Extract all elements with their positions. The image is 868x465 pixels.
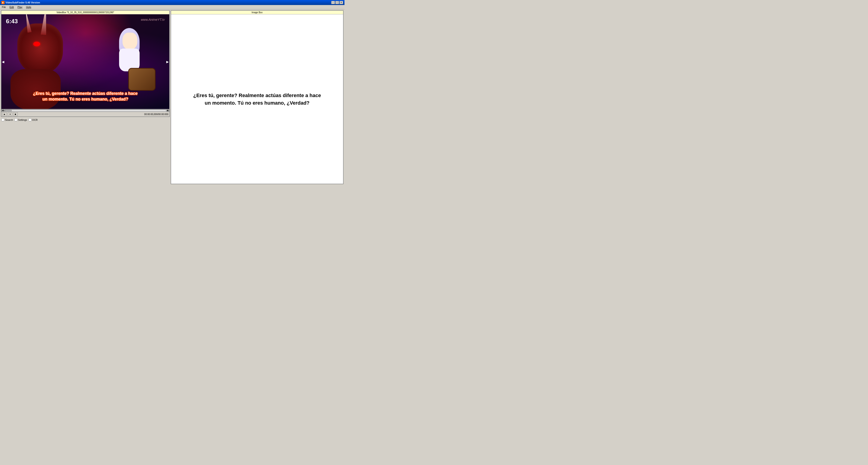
menu-play[interactable]: Play (17, 5, 23, 9)
scrollbar-left-arrow[interactable]: ◀ (1, 109, 4, 112)
menu-edit[interactable]: Edit (9, 5, 15, 9)
title-bar: ▶ VideoSubFinder 5.40 Version − □ ✕ (0, 0, 344, 5)
video-box-title: VideoBox "0_10_35_510_000000000001280007… (1, 11, 169, 14)
menu-bar: File Edit Play Help (0, 5, 344, 9)
bottom-panel: Search Settings OCR (1, 118, 170, 122)
video-box: VideoBox "0_10_35_510_000000000001280007… (1, 10, 170, 117)
image-box-title: Image Box (171, 11, 343, 14)
video-timestamp: 6:43 (6, 18, 18, 25)
nav-right-arrow[interactable]: ▶ (166, 60, 169, 64)
settings-checkbox[interactable] (14, 118, 17, 121)
minimize-button[interactable]: − (331, 1, 335, 4)
barrel (128, 68, 156, 91)
monster-head (17, 24, 63, 74)
close-button[interactable]: ✕ (339, 1, 343, 4)
pause-button[interactable]: ⏸ (8, 112, 12, 116)
main-area: VideoBox "0_10_35_510_000000000001280007… (0, 9, 344, 185)
app-icon: ▶ (1, 1, 5, 4)
image-box-content: ¿Eres tú, gerente? Realmente actúas dife… (171, 14, 343, 184)
monster-body (10, 69, 61, 109)
video-content[interactable]: 6:43 www.AnimeYT.tv ◀ ▶ ¿Eres tú, gerent… (1, 14, 169, 109)
menu-file[interactable]: File (1, 5, 7, 9)
video-watermark: www.AnimeYT.tv (141, 18, 165, 22)
image-box-subtitle: ¿Eres tú, gerente? Realmente actúas dife… (189, 87, 326, 111)
settings-label: Settings (18, 119, 27, 121)
scrollbar-track[interactable] (5, 110, 166, 111)
settings-area: Parameters Influencing Image Processing … (0, 185, 344, 186)
settings-checkbox-group[interactable]: Settings (14, 118, 27, 121)
girl-face (123, 33, 137, 50)
imagebox-subtitle-line2: un momento. Tú no eres humano, ¿Verdad? (205, 100, 310, 106)
search-label: Search (5, 119, 13, 121)
subtitle-line2: un momento. Tú no eres humano, ¿Verdad? (33, 96, 137, 102)
scrollbar-thumb[interactable] (5, 110, 12, 111)
stop-button[interactable]: ⏹ (13, 112, 18, 116)
title-bar-controls[interactable]: − □ ✕ (331, 1, 343, 4)
ocr-checkbox[interactable] (29, 118, 31, 121)
title-bar-left: ▶ VideoSubFinder 5.40 Version (1, 1, 40, 4)
menu-help[interactable]: Help (25, 5, 32, 9)
scrollbar-right-arrow[interactable]: ▶ (166, 109, 169, 112)
time-display: 00:00:00,000/00:00:000 (144, 113, 168, 115)
subtitle-line1: ¿Eres tú, gerente? Realmente actúas dife… (33, 91, 137, 96)
monster-eye (33, 42, 40, 46)
search-checkbox[interactable] (1, 118, 4, 121)
app-title: VideoSubFinder 5.40 Version (5, 1, 40, 4)
imagebox-subtitle-line1: ¿Eres tú, gerente? Realmente actúas dife… (193, 93, 321, 98)
video-scrollbar[interactable]: ◀ ▶ (1, 109, 169, 112)
nav-left-arrow[interactable]: ◀ (2, 60, 4, 64)
left-panel: VideoBox "0_10_35_510_000000000001280007… (1, 10, 170, 184)
anime-scene: 6:43 www.AnimeYT.tv ◀ ▶ ¿Eres tú, gerent… (1, 14, 169, 109)
search-checkbox-group[interactable]: Search (1, 118, 13, 121)
ocr-checkbox-group[interactable]: OCR (29, 118, 38, 121)
video-controls: ▶ ⏸ ⏹ 00:00:00,000/00:00:000 (1, 112, 169, 117)
maximize-button[interactable]: □ (335, 1, 339, 4)
ocr-label: OCR (32, 119, 38, 121)
right-panel: Image Box ¿Eres tú, gerente? Realmente a… (170, 10, 344, 184)
play-button[interactable]: ▶ (2, 112, 7, 116)
video-subtitle: ¿Eres tú, gerente? Realmente actúas dife… (33, 91, 137, 102)
